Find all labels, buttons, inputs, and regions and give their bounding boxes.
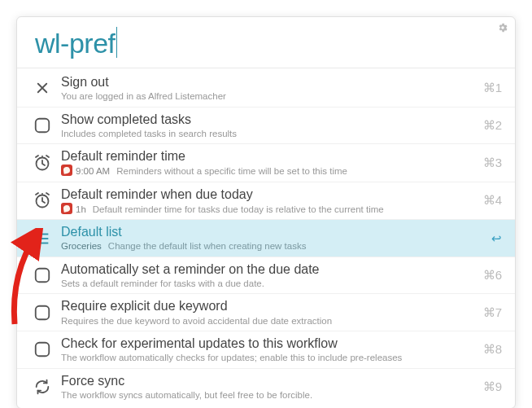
shortcut-label: ⌘7	[469, 305, 504, 320]
close-icon	[28, 81, 56, 95]
result-text: Force syncThe workflow syncs automatical…	[56, 373, 469, 401]
result-subtitle-text: The workflow automatically checks for up…	[61, 353, 402, 362]
result-text: Default listGroceriesChange the default …	[56, 224, 469, 252]
result-subtitle: Sets a default reminder for tasks with a…	[61, 278, 469, 289]
shortcut-label: ⌘9	[469, 379, 504, 394]
result-title: Default reminder time	[61, 148, 469, 164]
result-subtitle-text: Sets a default reminder for tasks with a…	[61, 279, 264, 288]
result-subtitle-prefix: 9:00 AM	[76, 166, 110, 176]
result-title: Require explicit due keyword	[61, 298, 469, 314]
alarm-icon	[28, 191, 56, 210]
reminder-badge-icon	[61, 203, 72, 214]
result-subtitle: GroceriesChange the default list when cr…	[61, 240, 469, 252]
result-force-sync[interactable]: Force syncThe workflow syncs automatical…	[17, 368, 515, 406]
result-subtitle-text: Includes completed tasks in search resul…	[61, 129, 237, 138]
search-row[interactable]: wl-pref	[17, 24, 515, 68]
alarm-icon	[28, 153, 56, 173]
svg-point-4	[41, 193, 43, 195]
result-text: Show completed tasksIncludes completed t…	[56, 112, 469, 140]
result-text: Sign outYou are logged in as Alfred List…	[56, 74, 469, 103]
shortcut-label: ⌘2	[469, 118, 504, 133]
result-text: Default reminder time9:00 AMReminders wi…	[56, 148, 469, 178]
result-default-list[interactable]: Default listGroceriesChange the default …	[17, 219, 515, 257]
result-sign-out[interactable]: Sign outYou are logged in as Alfred List…	[17, 70, 515, 107]
result-default-reminder-time[interactable]: Default reminder time9:00 AMReminders wi…	[17, 143, 515, 182]
result-show-completed[interactable]: Show completed tasksIncludes completed t…	[17, 107, 515, 144]
checkbox-icon	[28, 266, 56, 284]
result-subtitle-text: You are logged in as Alfred Listemacher	[61, 91, 226, 101]
result-title: Default list	[61, 224, 469, 239]
result-subtitle-prefix: 1h	[76, 204, 86, 214]
result-subtitle-text: Requires the due keyword to avoid accide…	[61, 316, 332, 326]
result-check-updates[interactable]: Check for experimental updates to this w…	[17, 331, 515, 368]
result-text: Automatically set a reminder on the due …	[56, 261, 469, 290]
result-require-due-keyword[interactable]: Require explicit due keywordRequires the…	[17, 293, 515, 331]
shortcut-label: ⌘4	[469, 193, 504, 208]
result-title: Show completed tasks	[61, 112, 469, 127]
checkbox-icon	[28, 116, 56, 134]
svg-point-2	[41, 156, 43, 157]
result-title: Automatically set a reminder on the due …	[61, 261, 469, 277]
list-icon	[28, 230, 56, 248]
result-title: Sign out	[61, 74, 469, 90]
result-subtitle: The workflow syncs automatically, but fe…	[61, 389, 469, 401]
svg-point-7	[36, 242, 38, 244]
shortcut-label: ⌘8	[469, 342, 504, 357]
result-subtitle: You are logged in as Alfred Listemacher	[61, 90, 469, 102]
shortcut-label: ⌘6	[469, 268, 504, 283]
checkbox-icon	[28, 340, 56, 358]
result-text: Default reminder when due today1hDefault…	[56, 186, 469, 216]
svg-point-5	[36, 233, 38, 235]
result-subtitle-text: The workflow syncs automatically, but fe…	[61, 390, 312, 400]
svg-rect-12	[36, 305, 50, 319]
result-text: Require explicit due keywordRequires the…	[56, 298, 469, 327]
result-subtitle: 9:00 AMReminders without a specific time…	[61, 165, 469, 177]
shortcut-label: ⌘3	[469, 156, 504, 170]
launcher-panel: wl-pref Sign outYou are logged in as Alf…	[16, 16, 516, 408]
svg-point-6	[36, 237, 38, 239]
result-subtitle: Requires the due keyword to avoid accide…	[61, 315, 469, 327]
shortcut-label: ↩	[469, 231, 504, 246]
result-title: Check for experimental updates to this w…	[61, 336, 469, 351]
checkbox-icon	[28, 304, 56, 322]
svg-rect-11	[36, 269, 50, 283]
result-subtitle-text: Default reminder time for tasks due toda…	[93, 204, 384, 214]
result-subtitle: Includes completed tasks in search resul…	[61, 128, 469, 139]
search-query: wl-pref	[35, 28, 116, 59]
result-subtitle-prefix: Groceries	[61, 241, 102, 251]
result-subtitle: The workflow automatically checks for up…	[61, 352, 469, 363]
result-title: Default reminder when due today	[61, 186, 469, 202]
svg-rect-13	[36, 343, 50, 357]
gear-icon[interactable]	[497, 22, 508, 37]
result-text: Check for experimental updates to this w…	[56, 336, 469, 364]
result-subtitle-text: Reminders without a specific time will b…	[116, 166, 347, 176]
reminder-badge-icon	[61, 165, 72, 176]
result-subtitle: 1hDefault reminder time for tasks due to…	[61, 203, 469, 215]
results-list: Sign outYou are logged in as Alfred List…	[17, 70, 515, 405]
divider	[17, 68, 515, 68]
result-auto-reminder[interactable]: Automatically set a reminder on the due …	[17, 257, 515, 294]
result-subtitle-text: Change the default list when creating ne…	[108, 241, 307, 251]
sync-icon	[28, 378, 56, 396]
result-default-reminder-today[interactable]: Default reminder when due today1hDefault…	[17, 182, 515, 220]
text-caret	[116, 27, 117, 58]
result-title: Force sync	[61, 373, 469, 388]
shortcut-label: ⌘1	[469, 81, 504, 95]
svg-rect-0	[36, 119, 50, 133]
